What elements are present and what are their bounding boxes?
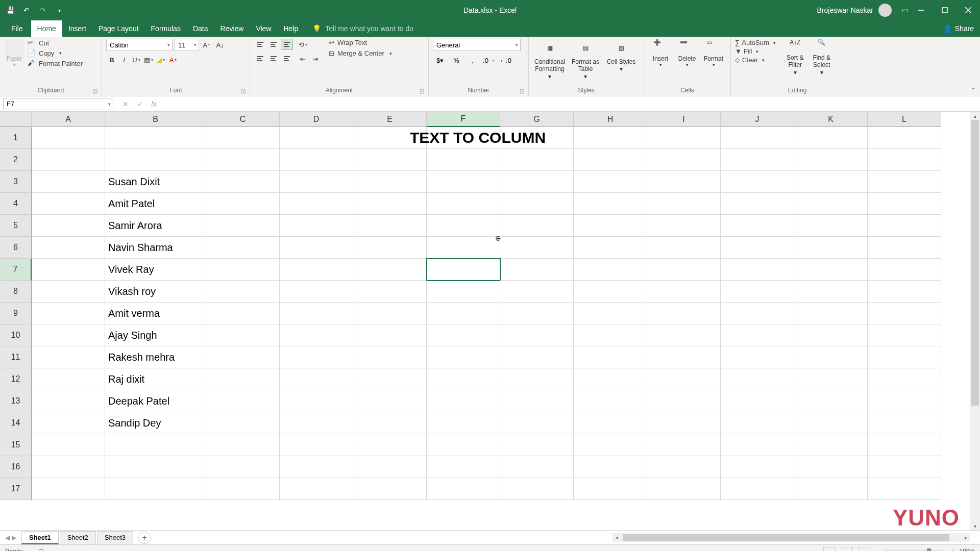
cell-E15[interactable]: [353, 434, 427, 456]
cell-J17[interactable]: [721, 478, 794, 500]
share-button[interactable]: 👤 Share: [943, 24, 974, 33]
cell-K15[interactable]: [794, 434, 868, 456]
accounting-format-button[interactable]: $▾: [433, 54, 447, 66]
cell-L9[interactable]: [868, 303, 941, 324]
cell-L15[interactable]: [868, 434, 941, 456]
maximize-button[interactable]: [933, 0, 957, 20]
cell-J7[interactable]: [721, 259, 794, 281]
cell-E7[interactable]: [353, 259, 427, 281]
cell-K7[interactable]: [794, 259, 868, 281]
menu-help[interactable]: Help: [278, 20, 305, 37]
cell-D15[interactable]: [280, 434, 353, 456]
cell-H15[interactable]: [574, 434, 647, 456]
cell-E13[interactable]: [353, 390, 427, 412]
select-all-corner[interactable]: [0, 112, 32, 127]
comma-format-button[interactable]: ,: [465, 54, 480, 66]
row-header-9[interactable]: 9: [0, 303, 32, 324]
cell-G6[interactable]: [500, 237, 574, 259]
cell-A15[interactable]: [32, 434, 105, 456]
format-cells-button[interactable]: ▭Format▾: [701, 39, 726, 67]
cell-H7[interactable]: [574, 259, 647, 281]
scroll-up-icon[interactable]: ▴: [970, 112, 980, 120]
cell-F4[interactable]: [427, 193, 500, 215]
cell-J9[interactable]: [721, 303, 794, 324]
scroll-down-icon[interactable]: ▾: [970, 522, 980, 530]
cell-J4[interactable]: [721, 193, 794, 215]
menu-view[interactable]: View: [250, 20, 277, 37]
column-header-L[interactable]: L: [868, 112, 941, 127]
enter-formula-icon[interactable]: ✓: [137, 100, 143, 108]
cell-H16[interactable]: [574, 456, 647, 478]
cell-A8[interactable]: [32, 281, 105, 303]
cell-H2[interactable]: [574, 149, 647, 171]
border-button[interactable]: ▦: [143, 54, 154, 65]
cell-H6[interactable]: [574, 237, 647, 259]
cell-K13[interactable]: [794, 390, 868, 412]
page-break-view-button[interactable]: [858, 547, 870, 552]
cell-E3[interactable]: [353, 171, 427, 193]
cell-D8[interactable]: [280, 281, 353, 303]
cell-B11[interactable]: Rakesh mehra: [105, 346, 206, 368]
cell-L16[interactable]: [868, 456, 941, 478]
cell-C8[interactable]: [206, 281, 280, 303]
cell-J16[interactable]: [721, 456, 794, 478]
name-box[interactable]: F7: [3, 98, 113, 110]
menu-data[interactable]: Data: [187, 20, 214, 37]
sheet-tab-sheet3[interactable]: Sheet3: [97, 531, 133, 544]
row-header-1[interactable]: 1: [0, 127, 32, 149]
cell-L11[interactable]: [868, 346, 941, 368]
cell-G5[interactable]: [500, 215, 574, 237]
user-account[interactable]: Brojeswar Naskar ▭: [817, 4, 909, 17]
decrease-indent-button[interactable]: ⇤: [297, 53, 308, 64]
cell-B1[interactable]: [105, 127, 206, 149]
cell-I14[interactable]: [647, 412, 721, 434]
cell-A1[interactable]: [32, 127, 105, 149]
align-center-button[interactable]: [267, 53, 280, 64]
scroll-right-icon[interactable]: ▸: [962, 535, 970, 540]
cell-F9[interactable]: [427, 303, 500, 324]
cell-I16[interactable]: [647, 456, 721, 478]
row-header-15[interactable]: 15: [0, 434, 32, 456]
delete-cells-button[interactable]: ➖Delete▾: [675, 39, 699, 67]
cell-D12[interactable]: [280, 368, 353, 390]
cell-F17[interactable]: [427, 478, 500, 500]
cell-B8[interactable]: Vikash roy: [105, 281, 206, 303]
fill-color-button[interactable]: ◢: [155, 54, 166, 65]
cell-G14[interactable]: [500, 412, 574, 434]
cell-K3[interactable]: [794, 171, 868, 193]
sheet-nav-next-icon[interactable]: ▶: [12, 534, 16, 541]
cell-G4[interactable]: [500, 193, 574, 215]
row-header-2[interactable]: 2: [0, 149, 32, 171]
cell-K11[interactable]: [794, 346, 868, 368]
cell-C3[interactable]: [206, 171, 280, 193]
cell-J6[interactable]: [721, 237, 794, 259]
menu-review[interactable]: Review: [214, 20, 250, 37]
cell-E8[interactable]: [353, 281, 427, 303]
column-header-G[interactable]: G: [500, 112, 574, 127]
row-header-4[interactable]: 4: [0, 193, 32, 215]
cell-I8[interactable]: [647, 281, 721, 303]
cell-H4[interactable]: [574, 193, 647, 215]
cell-C11[interactable]: [206, 346, 280, 368]
cell-I3[interactable]: [647, 171, 721, 193]
cell-A7[interactable]: [32, 259, 105, 281]
row-header-8[interactable]: 8: [0, 281, 32, 303]
cell-A16[interactable]: [32, 456, 105, 478]
column-header-F[interactable]: F: [427, 112, 500, 127]
cell-D7[interactable]: [280, 259, 353, 281]
cell-L5[interactable]: [868, 215, 941, 237]
close-button[interactable]: [957, 0, 980, 20]
cell-B6[interactable]: Navin Sharma: [105, 237, 206, 259]
percent-format-button[interactable]: %: [449, 54, 463, 66]
cell-G10[interactable]: [500, 324, 574, 346]
cell-B4[interactable]: Amit Patel: [105, 193, 206, 215]
menu-home[interactable]: Home: [31, 20, 62, 37]
font-size-combo[interactable]: 11: [175, 39, 199, 51]
cell-L13[interactable]: [868, 390, 941, 412]
fill-button[interactable]: ▼Fill▾: [735, 47, 776, 55]
cell-F11[interactable]: [427, 346, 500, 368]
cell-G7[interactable]: [500, 259, 574, 281]
cell-B16[interactable]: [105, 456, 206, 478]
cell-I17[interactable]: [647, 478, 721, 500]
cell-I6[interactable]: [647, 237, 721, 259]
